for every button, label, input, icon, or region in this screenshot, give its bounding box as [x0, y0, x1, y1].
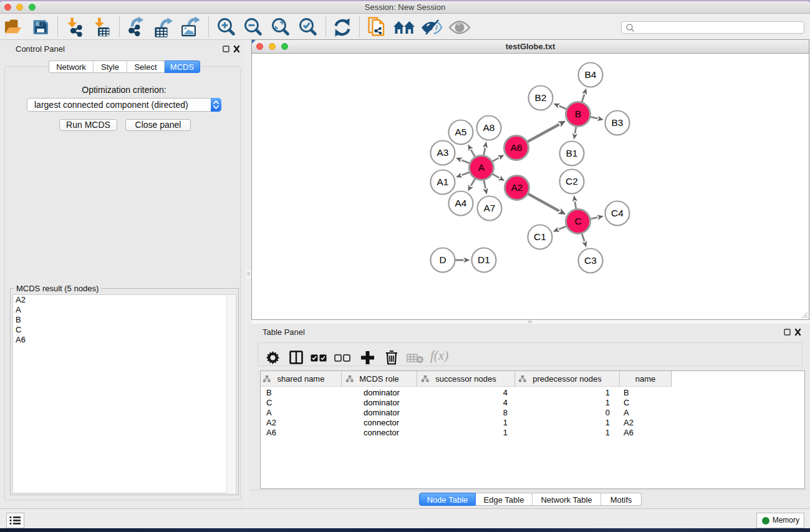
svg-text:B: B — [575, 109, 581, 119]
svg-text:D1: D1 — [478, 254, 490, 265]
svg-text:D: D — [439, 254, 446, 265]
svg-text:B3: B3 — [612, 117, 624, 128]
svg-text:C1: C1 — [534, 231, 546, 242]
svg-text:A5: A5 — [455, 127, 467, 137]
svg-text:A2: A2 — [511, 182, 523, 193]
svg-text:C: C — [574, 216, 581, 226]
svg-text:A: A — [478, 162, 485, 173]
svg-text:A7: A7 — [484, 203, 496, 213]
svg-text:A8: A8 — [483, 122, 495, 133]
svg-text:A4: A4 — [455, 198, 467, 208]
svg-text:C3: C3 — [584, 255, 597, 266]
svg-text:A3: A3 — [437, 147, 449, 158]
svg-text:B4: B4 — [585, 69, 597, 80]
svg-text:C2: C2 — [566, 176, 578, 186]
svg-text:B2: B2 — [535, 92, 547, 103]
svg-text:C4: C4 — [611, 208, 624, 218]
svg-text:A6: A6 — [511, 142, 523, 153]
svg-text:B1: B1 — [566, 148, 578, 158]
svg-text:A1: A1 — [437, 177, 449, 187]
